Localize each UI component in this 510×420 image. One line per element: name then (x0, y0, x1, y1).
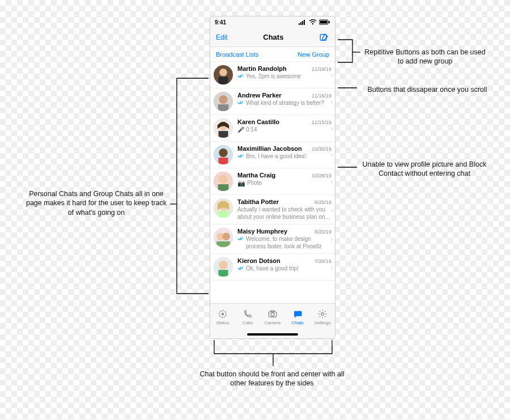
annotation-profile-block: Unable to view profile picture and Block… (359, 160, 490, 179)
chat-date: 11/19/19 (312, 66, 332, 72)
chat-row[interactable]: Tabitha Potter8/25/19Actually I wanted t… (210, 195, 335, 224)
camera-icon (267, 309, 278, 319)
svg-rect-6 (320, 21, 328, 24)
home-indicator-area (210, 330, 335, 338)
avatar[interactable] (214, 145, 233, 164)
svg-rect-14 (218, 104, 229, 111)
chat-preview: Welcome, to make design process faster, … (246, 236, 332, 250)
svg-rect-1 (300, 22, 301, 25)
chat-name: Karen Castillo (237, 118, 279, 125)
chevron-right-icon: › (331, 179, 333, 185)
avatar[interactable] (214, 257, 233, 277)
status-bar: 9:41 (210, 16, 335, 28)
chat-preview: What kind of strategy is better? (246, 100, 324, 107)
tab-camera[interactable]: Camera (260, 304, 285, 330)
chat-date: 11/16/19 (312, 93, 332, 99)
chat-date: 10/30/19 (312, 146, 332, 152)
read-receipt-icon (237, 265, 244, 273)
chat-name: Martha Craig (237, 172, 275, 179)
chat-name: Martin Randolph (237, 65, 287, 72)
read-receipt-icon (237, 73, 244, 81)
svg-rect-2 (302, 21, 303, 25)
home-indicator[interactable] (247, 333, 298, 336)
chat-name: Tabitha Potter (237, 198, 279, 205)
chat-row[interactable]: Maisy Humphrey8/20/19Welcome, to make de… (210, 224, 335, 254)
chat-date: 10/28/19 (312, 173, 332, 179)
chat-date: 7/29/19 (314, 258, 332, 264)
chevron-right-icon: › (331, 99, 333, 105)
svg-point-13 (219, 95, 227, 104)
mic-icon: 🎤 (237, 126, 244, 134)
svg-point-39 (321, 313, 324, 316)
avatar[interactable] (214, 92, 233, 111)
chat-row[interactable]: Martha Craig10/28/19📷Photo› (210, 168, 335, 195)
compose-button[interactable] (319, 32, 329, 43)
wifi-icon (309, 19, 317, 25)
chat-preview: Actually I wanted to check with you abou… (237, 206, 332, 220)
broadcast-lists-button[interactable]: Broadcast Lists (216, 51, 258, 58)
chat-list[interactable]: Martin Randolph11/19/19Yes, 2pm is aweso… (210, 62, 335, 303)
tab-status[interactable]: Status (210, 304, 235, 330)
chevron-right-icon: › (331, 206, 333, 213)
svg-rect-0 (299, 23, 300, 25)
tab-calls-label: Calls (243, 320, 253, 325)
tab-chats[interactable]: Chats (285, 304, 310, 330)
read-receipt-icon (237, 100, 244, 108)
status-time: 9:41 (215, 19, 226, 26)
chat-preview: Yes, 2pm is awesome (246, 73, 301, 80)
phone-mock: 9:41 Edit Chats Broadcast Lists New Grou… (210, 16, 335, 339)
chats-icon (292, 309, 303, 319)
chevron-right-icon: › (331, 125, 333, 131)
annotation-left-mix: Personal Chats and Group Chats all in on… (23, 189, 170, 217)
avatar[interactable] (214, 228, 233, 247)
chat-name: Maximillian Jacobson (237, 145, 302, 152)
chat-row[interactable]: Maximillian Jacobson10/30/19Bro, I have … (210, 142, 335, 168)
chevron-right-icon: › (331, 72, 333, 78)
svg-point-22 (219, 175, 227, 184)
svg-rect-26 (219, 211, 228, 218)
chat-preview: Bro, I have a good idea! (246, 153, 306, 160)
chevron-right-icon: › (331, 152, 333, 158)
calls-icon (243, 309, 253, 319)
svg-rect-17 (219, 131, 228, 138)
camera-glyph-icon: 📷 (237, 180, 245, 188)
new-group-button[interactable]: New Group (298, 51, 329, 58)
read-receipt-icon (237, 236, 244, 244)
chat-preview: Photo (247, 180, 262, 187)
svg-rect-3 (304, 20, 305, 25)
chat-preview: 0:14 (246, 126, 257, 134)
svg-rect-7 (329, 21, 330, 23)
svg-rect-38 (271, 311, 274, 312)
compose-icon (319, 32, 329, 43)
chat-row[interactable]: Karen Castillo11/15/19🎤0:14› (210, 115, 335, 142)
avatar[interactable] (214, 198, 233, 218)
svg-rect-20 (219, 158, 228, 164)
edit-button[interactable]: Edit (216, 33, 228, 41)
svg-point-4 (312, 23, 314, 25)
chat-preview: Ok, have a good trip! (246, 265, 299, 273)
chat-row[interactable]: Martin Randolph11/19/19Yes, 2pm is aweso… (210, 62, 335, 88)
avatar[interactable] (214, 172, 233, 191)
chat-row[interactable]: Kieron Dotson7/29/19Ok, have a good trip… (210, 254, 335, 281)
avatar[interactable] (214, 65, 233, 84)
status-icon (218, 309, 228, 319)
svg-point-35 (222, 313, 224, 316)
svg-rect-33 (219, 270, 228, 277)
avatar[interactable] (214, 118, 233, 138)
nav-title: Chats (263, 33, 283, 41)
chat-date: 8/25/19 (314, 200, 332, 205)
svg-point-10 (219, 69, 227, 77)
read-receipt-icon (237, 153, 244, 161)
battery-icon (319, 19, 330, 25)
tab-camera-label: Camera (265, 320, 280, 325)
signal-icon (299, 19, 307, 25)
status-indicators (299, 19, 330, 25)
tab-settings[interactable]: Settings (310, 304, 335, 330)
chat-date: 11/15/19 (312, 120, 332, 125)
chat-name: Andrew Parker (237, 92, 282, 99)
tab-calls[interactable]: Calls (235, 304, 260, 330)
chat-row[interactable]: Andrew Parker11/16/19What kind of strate… (210, 88, 335, 115)
tab-settings-label: Settings (314, 320, 331, 325)
svg-rect-23 (218, 184, 229, 191)
svg-point-32 (219, 261, 227, 269)
